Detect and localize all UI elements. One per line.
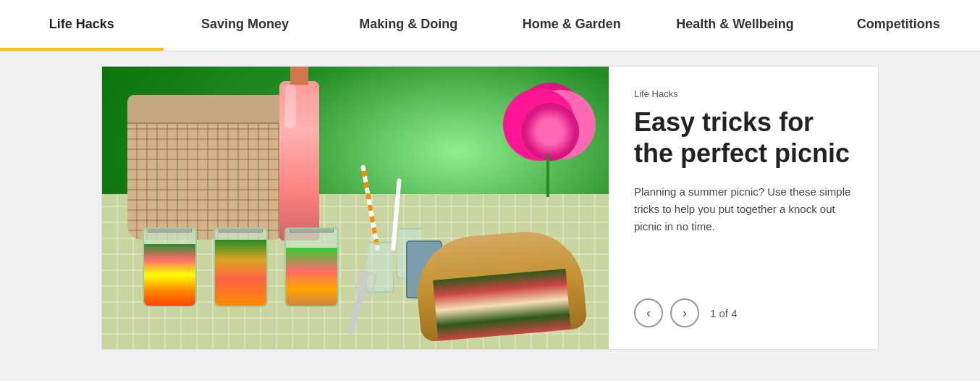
- tab-competitions[interactable]: Competitions: [816, 0, 980, 51]
- tab-underline-saving-money: [164, 48, 327, 51]
- tab-underline-health-wellbeing: [654, 48, 817, 51]
- next-button[interactable]: ›: [670, 298, 699, 327]
- tab-underline-making-doing: [326, 48, 490, 51]
- card-image: [102, 67, 609, 349]
- flowers: [507, 81, 594, 197]
- flower-stem: [546, 154, 549, 197]
- basket: [127, 95, 287, 240]
- tab-home-garden[interactable]: Home & Garden: [490, 0, 654, 51]
- bottle: [279, 81, 319, 240]
- card-description: Planning a summer picnic? Use these simp…: [634, 183, 853, 235]
- tab-label-competitions: Competitions: [857, 17, 940, 32]
- tab-life-hacks[interactable]: Life Hacks: [0, 0, 164, 51]
- tab-underline-life-hacks: [0, 48, 164, 51]
- card-navigation: ‹ › 1 of 4: [634, 298, 853, 327]
- prev-button[interactable]: ‹: [634, 298, 663, 327]
- tab-label-life-hacks: Life Hacks: [49, 17, 114, 32]
- jar-2: [214, 227, 268, 307]
- tab-label-home-garden: Home & Garden: [523, 17, 621, 32]
- card-title: Easy tricks for the perfect picnic: [634, 106, 853, 169]
- tab-health-wellbeing[interactable]: Health & Wellbeing: [654, 0, 817, 51]
- nav-tabs: Life HacksSaving MoneyMaking & DoingHome…: [0, 0, 980, 51]
- jar-3: [284, 227, 339, 307]
- card-category: Life Hacks: [634, 88, 853, 99]
- tab-label-making-doing: Making & Doing: [359, 17, 457, 32]
- tab-label-saving-money: Saving Money: [201, 17, 289, 32]
- tab-underline-home-garden: [490, 48, 654, 51]
- tab-saving-money[interactable]: Saving Money: [164, 0, 327, 51]
- basket-lid: [127, 95, 287, 124]
- tab-underline-competitions: [816, 48, 980, 51]
- tab-making-doing[interactable]: Making & Doing: [326, 0, 490, 51]
- featured-card: Life Hacks Easy tricks for the perfect p…: [101, 66, 879, 350]
- jar-1: [143, 227, 197, 307]
- flower-pink: [521, 103, 579, 161]
- card-info: Life Hacks Easy tricks for the perfect p…: [609, 67, 878, 349]
- nav-counter: 1 of 4: [710, 307, 738, 319]
- bread-inside: [433, 269, 571, 341]
- main-content: Life Hacks Easy tricks for the perfect p…: [0, 51, 980, 364]
- tab-label-health-wellbeing: Health & Wellbeing: [676, 17, 794, 32]
